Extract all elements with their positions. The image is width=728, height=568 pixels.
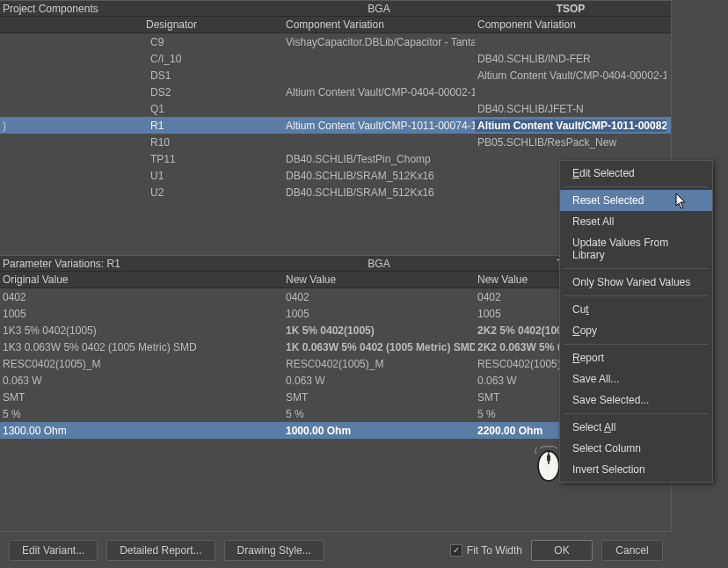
variation1-cell[interactable]: Altium Content Vault/CMP-1011-00074-1 (283, 120, 475, 132)
menu-select-column[interactable]: Select Column (560, 438, 712, 459)
original-value-cell[interactable]: RESC0402(1005)_M (0, 358, 283, 370)
components-header: Project Components BGA TSOP (0, 0, 671, 17)
menu-separator (564, 186, 709, 187)
menu-only-varied[interactable]: Only Show Varied Values (560, 272, 712, 293)
new-value1-cell[interactable]: 0402 (283, 291, 475, 303)
tsop-header[interactable]: TSOP (475, 3, 666, 15)
menu-update-values[interactable]: Update Values From Library (560, 232, 712, 266)
variation2-cell[interactable]: Altium Content Vault/CMP-1011-00082-1 (475, 120, 666, 132)
designator-header[interactable]: Designator (143, 18, 283, 31)
edit-variant-button[interactable]: Edit Variant... (9, 540, 98, 561)
designator-cell[interactable]: C/I_10 (143, 53, 283, 65)
original-value-header[interactable]: Original Value (0, 273, 283, 286)
bga-header[interactable]: BGA (283, 3, 475, 15)
menu-cut[interactable]: Cut (560, 299, 712, 320)
menu-edit-selected[interactable]: Edit Selected (560, 163, 712, 184)
variation2-cell[interactable]: PB05.SCHLIB/ResPack_New (475, 136, 666, 149)
designator-cell[interactable]: TP11 (143, 153, 283, 165)
row-prefix: ) (0, 120, 143, 132)
menu-report[interactable]: Report (560, 347, 712, 368)
variation2-cell[interactable]: DB40.SCHLIB/JFET-N (475, 103, 666, 115)
original-value-cell[interactable]: 0402 (0, 291, 283, 303)
context-menu: Edit Selected Reset Selected Reset All U… (559, 160, 713, 483)
ok-button[interactable]: OK (531, 540, 593, 561)
svg-rect-2 (547, 455, 550, 462)
designator-cell[interactable]: U2 (143, 186, 283, 199)
original-value-cell[interactable]: 1300.00 Ohm (0, 425, 283, 437)
drawing-style-button[interactable]: Drawing Style... (224, 540, 324, 561)
fit-to-width-checkbox[interactable]: ✓ Fit To Width (450, 544, 522, 557)
new-value1-cell[interactable]: SMT (283, 391, 475, 404)
new-value1-cell[interactable]: 1005 (283, 308, 475, 320)
menu-copy[interactable]: Copy (560, 320, 712, 341)
menu-save-selected[interactable]: Save Selected... (560, 390, 712, 411)
menu-reset-selected[interactable]: Reset Selected (560, 190, 712, 211)
menu-separator (564, 344, 709, 345)
designator-cell[interactable]: DS2 (143, 86, 283, 98)
original-value-cell[interactable]: 5 % (0, 408, 283, 420)
menu-save-all[interactable]: Save All... (560, 368, 712, 390)
new-value1-cell[interactable]: 1K 0.063W 5% 0402 (1005 Metric) SMD (283, 341, 475, 353)
variation1-cell[interactable]: DB40.SCHLIB/SRAM_512Kx16 (283, 186, 475, 199)
variation1-header[interactable]: Component Variation (283, 18, 475, 31)
footer-bar: Edit Variant... Detailed Report... Drawi… (0, 531, 672, 568)
component-row[interactable]: C/I_10DB40.SCHLIB/IND-FER (0, 50, 671, 67)
component-row[interactable]: DS1Altium Content Vault/CMP-0404-00002-1 (0, 67, 671, 84)
param-variations-header[interactable]: Parameter Variations: R1 (0, 258, 283, 270)
designator-cell[interactable]: DS1 (143, 69, 283, 82)
variation1-cell[interactable]: Altium Content Vault/CMP-0404-00002-1 (283, 86, 475, 98)
designator-cell[interactable]: C9 (143, 36, 283, 48)
designator-cell[interactable]: R1 (143, 120, 283, 132)
variation1-cell[interactable]: DB40.SCHLIB/SRAM_512Kx16 (283, 170, 475, 182)
menu-separator (564, 413, 709, 414)
cancel-button[interactable]: Cancel (601, 540, 663, 561)
new-value1-cell[interactable]: RESC0402(1005)_M (283, 358, 475, 370)
menu-invert-selection[interactable]: Invert Selection (560, 459, 712, 480)
component-row[interactable]: R10PB05.SCHLIB/ResPack_New (0, 134, 671, 150)
detailed-report-button[interactable]: Detailed Report... (106, 540, 215, 561)
original-value-cell[interactable]: 1K3 0.063W 5% 0402 (1005 Metric) SMD (0, 341, 283, 353)
new-value1-cell[interactable]: 1000.00 Ohm (283, 425, 475, 437)
variation2-cell[interactable]: Altium Content Vault/CMP-0404-00002-1 (475, 69, 666, 82)
variation2-cell[interactable]: DB40.SCHLIB/IND-FER (475, 53, 666, 65)
original-value-cell[interactable]: SMT (0, 391, 283, 404)
variation1-cell[interactable]: DB40.SCHLIB/TestPin_Chomp (283, 153, 475, 165)
menu-separator (564, 268, 709, 269)
new-value1-cell[interactable]: 0.063 W (283, 375, 475, 387)
fit-to-width-label: Fit To Width (467, 544, 522, 557)
variation2-header[interactable]: Component Variation (475, 18, 666, 31)
menu-select-all[interactable]: Select All (560, 417, 712, 438)
designator-cell[interactable]: U1 (143, 170, 283, 182)
designator-cell[interactable]: R10 (143, 136, 283, 149)
menu-separator (564, 295, 709, 296)
components-subheader: Designator Component Variation Component… (0, 17, 671, 33)
project-components-header[interactable]: Project Components (0, 3, 143, 15)
new-value1-cell[interactable]: 1K 5% 0402(1005) (283, 324, 475, 337)
menu-reset-all[interactable]: Reset All (560, 211, 712, 232)
component-row[interactable]: Q1DB40.SCHLIB/JFET-N (0, 100, 671, 117)
new-value1-header[interactable]: New Value (283, 273, 475, 286)
param-bga-header[interactable]: BGA (283, 258, 475, 270)
new-value1-cell[interactable]: 5 % (283, 408, 475, 420)
variation1-cell[interactable]: VishayCapacitor.DBLib/Capacitor - Tantal… (283, 36, 475, 48)
original-value-cell[interactable]: 1K3 5% 0402(1005) (0, 324, 283, 337)
designator-cell[interactable]: Q1 (143, 103, 283, 115)
component-row[interactable]: DS2Altium Content Vault/CMP-0404-00002-1 (0, 84, 671, 100)
component-row[interactable]: C9VishayCapacitor.DBLib/Capacitor - Tant… (0, 33, 671, 50)
original-value-cell[interactable]: 1005 (0, 308, 283, 320)
component-row[interactable]: )R1Altium Content Vault/CMP-1011-00074-1… (0, 117, 671, 134)
original-value-cell[interactable]: 0.063 W (0, 375, 283, 387)
check-icon: ✓ (450, 544, 462, 557)
